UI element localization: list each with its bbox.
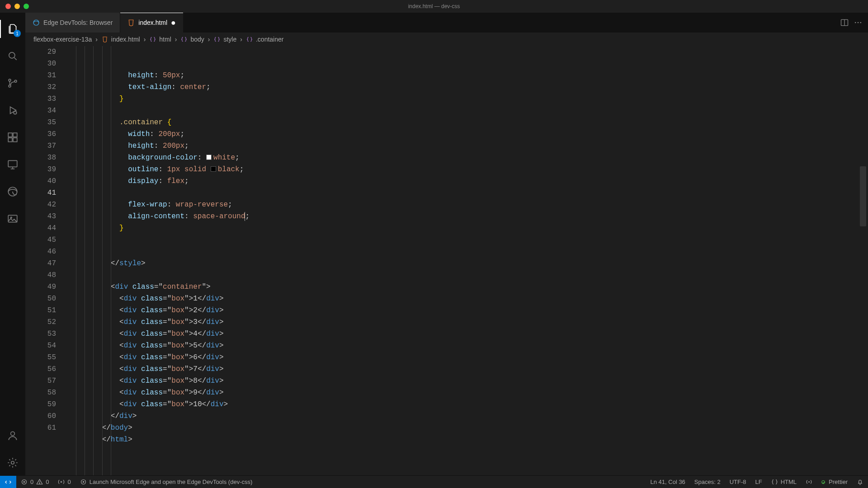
status-notifications[interactable] (852, 476, 868, 488)
more-actions-button[interactable] (854, 18, 863, 27)
code-line[interactable]: .container { (76, 117, 859, 128)
status-launch-edge[interactable]: Launch Microsoft Edge and open the Edge … (75, 476, 257, 488)
line-number[interactable]: 60 (25, 410, 56, 422)
code-line[interactable]: } (76, 93, 859, 105)
minimize-window-button[interactable] (14, 4, 20, 9)
code-line[interactable]: </html> (76, 434, 859, 446)
status-go-live[interactable] (801, 476, 817, 488)
line-number[interactable]: 35 (25, 117, 56, 128)
code-line[interactable] (76, 105, 859, 117)
code-line[interactable]: <div class="box">7</div> (76, 363, 859, 375)
close-window-button[interactable] (5, 4, 11, 9)
activity-edge-tools[interactable] (0, 179, 25, 204)
tab-index-html[interactable]: index.html● (120, 13, 184, 33)
activity-remote-explorer[interactable] (0, 152, 25, 177)
code-line[interactable]: </style> (76, 258, 859, 269)
code-line[interactable]: <div class="container"> (76, 281, 859, 293)
line-number[interactable]: 34 (25, 105, 56, 117)
line-number[interactable]: 42 (25, 199, 56, 211)
line-number[interactable]: 54 (25, 340, 56, 352)
breadcrumb-flexbox-exercise-13a[interactable]: flexbox-exercise-13a (33, 36, 92, 43)
activity-accounts[interactable] (0, 423, 25, 448)
split-editor-button[interactable] (840, 18, 849, 27)
code-line[interactable] (76, 187, 859, 199)
activity-search[interactable] (0, 43, 25, 69)
code-line[interactable]: <div class="box">6</div> (76, 352, 859, 363)
code-line[interactable] (76, 246, 859, 258)
status-language[interactable]: HTML (767, 476, 801, 488)
code-line[interactable]: display: flex; (76, 175, 859, 187)
code-line[interactable]: <div class="box">5</div> (76, 340, 859, 352)
code-line[interactable]: width: 200px; (76, 128, 859, 140)
line-number[interactable]: 45 (25, 234, 56, 246)
line-number[interactable]: 29 (25, 46, 56, 58)
line-number[interactable]: 49 (25, 281, 56, 293)
line-number[interactable]: 37 (25, 140, 56, 152)
line-number[interactable]: 59 (25, 399, 56, 410)
line-number[interactable]: 31 (25, 70, 56, 81)
activity-extensions[interactable] (0, 125, 25, 150)
activity-explorer[interactable]: 1 (0, 16, 25, 42)
status-remote-button[interactable] (0, 476, 16, 488)
code-line[interactable]: height: 200px; (76, 140, 859, 152)
maximize-window-button[interactable] (24, 4, 29, 9)
line-number[interactable]: 43 (25, 211, 56, 222)
line-number[interactable]: 32 (25, 81, 56, 93)
line-number[interactable]: 40 (25, 175, 56, 187)
fold-column[interactable] (67, 46, 76, 475)
code-line[interactable]: <div class="box">4</div> (76, 328, 859, 340)
code-line[interactable]: <div class="box">9</div> (76, 387, 859, 399)
code-line[interactable] (76, 269, 859, 281)
status-prettier[interactable]: Prettier (817, 476, 852, 488)
code-line[interactable]: <div class="box">1</div> (76, 293, 859, 305)
status-eol[interactable]: LF (751, 476, 767, 488)
line-number[interactable]: 39 (25, 164, 56, 175)
code-line[interactable]: } (76, 222, 859, 234)
breadcrumbs[interactable]: flexbox-exercise-13a›index.html›html›bod… (25, 33, 868, 46)
code-line[interactable]: <div class="box">10</div> (76, 399, 859, 410)
line-number[interactable]: 56 (25, 363, 56, 375)
status-ports[interactable]: 0 (53, 476, 75, 488)
line-number[interactable]: 41 (25, 187, 56, 199)
scrollbar-track[interactable] (860, 46, 866, 475)
line-number-gutter[interactable]: 2930313233343536373839404142434445464748… (25, 46, 67, 475)
line-number[interactable]: 36 (25, 128, 56, 140)
breadcrumb--container[interactable]: .container (246, 36, 283, 43)
line-number[interactable]: 44 (25, 222, 56, 234)
activity-images[interactable] (0, 206, 25, 231)
status-encoding[interactable]: UTF-8 (725, 476, 751, 488)
status-indent[interactable]: Spaces: 2 (690, 476, 725, 488)
code-line[interactable]: text-align: center; (76, 81, 859, 93)
code-line[interactable]: height: 50px; (76, 70, 859, 81)
line-number[interactable]: 53 (25, 328, 56, 340)
code-line[interactable] (76, 234, 859, 246)
code-line[interactable]: </body> (76, 422, 859, 434)
line-number[interactable]: 47 (25, 258, 56, 269)
code-line[interactable]: outline: 1px solid black; (76, 164, 859, 175)
line-number[interactable]: 38 (25, 152, 56, 164)
breadcrumb-index-html[interactable]: index.html (101, 36, 140, 43)
line-number[interactable]: 55 (25, 352, 56, 363)
code-line[interactable]: <div class="box">8</div> (76, 375, 859, 387)
tab-edge-devtools-browser[interactable]: Edge DevTools: Browser (25, 13, 120, 33)
code-line[interactable]: flex-wrap: wrap-reverse; (76, 199, 859, 211)
code-line[interactable] (76, 446, 859, 457)
activity-settings[interactable] (0, 450, 25, 475)
line-number[interactable]: 50 (25, 293, 56, 305)
breadcrumb-style[interactable]: style (213, 36, 236, 43)
line-number[interactable]: 58 (25, 387, 56, 399)
code-content[interactable]: height: 50px; text-align: center; } .con… (76, 46, 868, 475)
line-number[interactable]: 61 (25, 422, 56, 434)
code-line[interactable]: <div class="box">3</div> (76, 316, 859, 328)
status-cursor[interactable]: Ln 41, Col 36 (646, 476, 690, 488)
code-line[interactable]: <div class="box">2</div> (76, 305, 859, 316)
activity-run-debug[interactable] (0, 98, 25, 123)
activity-source-control[interactable] (0, 70, 25, 96)
breadcrumb-html[interactable]: html (149, 36, 171, 43)
code-line[interactable]: </div> (76, 410, 859, 422)
breadcrumb-body[interactable]: body (180, 36, 204, 43)
line-number[interactable]: 52 (25, 316, 56, 328)
line-number[interactable]: 33 (25, 93, 56, 105)
status-problems[interactable]: 0 0 (16, 476, 53, 488)
line-number[interactable]: 51 (25, 305, 56, 316)
